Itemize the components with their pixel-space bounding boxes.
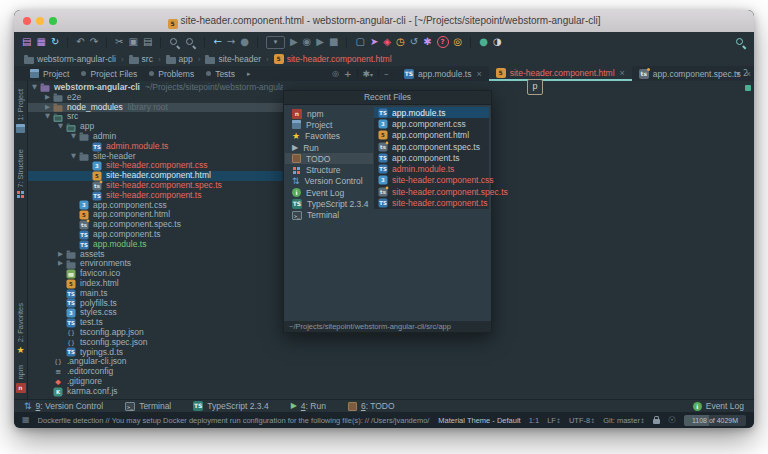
caret-position[interactable]: 1:1 [529, 416, 539, 425]
panel-tab-problems[interactable]: Problems [149, 69, 194, 79]
tree-row[interactable]: styles.css [28, 308, 283, 318]
stripe-item-1-project[interactable]: 1: Project [16, 89, 25, 133]
material-status-icon[interactable]: ● [479, 36, 488, 48]
tab-list-dropdown-icon[interactable]: ▾ [736, 69, 740, 78]
recent-tool-item[interactable]: ▶Run [285, 142, 373, 153]
recent-file-item[interactable]: app.component.ts [374, 152, 489, 163]
hidden-tabs-count[interactable]: 2 [743, 69, 748, 78]
toolwindow-button-run[interactable]: ▶4: Run [291, 401, 326, 411]
chevron-down-icon[interactable]: ▼ [45, 112, 53, 122]
chevron-right-icon[interactable]: ▶ [58, 259, 66, 269]
back-icon[interactable]: ← [213, 36, 221, 48]
theme-indicator[interactable]: Material Theme - Default [438, 416, 520, 425]
stop-icon[interactable]: ■ [329, 36, 338, 48]
recent-tool-item[interactable]: ⇅Version Control [285, 176, 373, 187]
debug-icon[interactable]: ◉ [303, 36, 312, 48]
stripe-item-2-favorites[interactable]: 2: Favorites★ [16, 303, 25, 355]
toolwindow-switcher-icon[interactable]: ▦ [22, 416, 30, 424]
tree-row[interactable]: tsconfig.spec.json [28, 338, 283, 348]
memory-indicator[interactable]: 1108 of 4029M [684, 415, 746, 426]
recent-tool-item[interactable]: Terminal [285, 210, 373, 221]
tree-row[interactable]: main.ts [28, 289, 283, 299]
close-tab-icon[interactable]: × [620, 68, 625, 78]
tree-row[interactable]: ▶environments [28, 259, 283, 269]
recent-locations-icon[interactable]: ● [240, 36, 249, 48]
toolwindow-button-terminal[interactable]: Terminal [125, 401, 171, 411]
breadcrumb-item[interactable]: site-header [205, 54, 261, 64]
recent-tool-item[interactable]: Project [285, 119, 373, 130]
forward-icon[interactable]: → [227, 36, 235, 48]
collapse-all-icon[interactable]: + [344, 69, 352, 79]
recent-tool-item[interactable]: ★Favorites [285, 131, 373, 142]
breadcrumb-item[interactable]: site-header.component.html [274, 54, 392, 64]
hector-inspector-icon[interactable]: ☉ [668, 415, 676, 425]
open-icon[interactable]: ▤ [22, 36, 31, 48]
tree-row[interactable]: polyfills.ts [28, 299, 283, 309]
local-history-icon[interactable]: ◷ [396, 36, 405, 48]
recent-file-item[interactable]: app.module.ts [374, 107, 489, 118]
stripe-item-npm[interactable]: npm [16, 365, 26, 393]
chevron-down-icon[interactable]: ▼ [58, 122, 66, 132]
recent-tool-item[interactable]: Event Log [285, 187, 373, 198]
help-icon[interactable] [437, 36, 449, 48]
deploy-icon[interactable]: ➤ [370, 36, 378, 48]
toolwindow-button-typescript-2-3-4[interactable]: TypeScript 2.3.4 [193, 401, 268, 411]
donate-icon[interactable]: ◎ [454, 36, 463, 48]
tree-row[interactable]: ▼src [28, 112, 283, 122]
editor-tab[interactable]: site-header.component.html× [489, 66, 632, 81]
editor-tab[interactable]: app.module.ts× [397, 66, 489, 81]
tree-row[interactable]: typings.d.ts [28, 348, 283, 358]
recent-file-item[interactable]: app.component.css [374, 118, 489, 129]
recent-file-item[interactable]: app.component.html [374, 130, 489, 141]
tree-row[interactable]: app.component.ts [28, 230, 283, 240]
chevron-down-icon[interactable]: ▼ [71, 152, 79, 162]
file-encoding[interactable]: UTF-8↕ [569, 416, 595, 425]
more-panel-tabs-icon[interactable]: ▸ [247, 70, 251, 78]
panel-tab-project[interactable]: Project [30, 69, 69, 79]
toolwindow-button-todo[interactable]: 6: TODO [348, 401, 395, 411]
chevron-right-icon[interactable]: ▶ [45, 103, 53, 113]
console-icon[interactable]: ▢ [355, 36, 364, 48]
recent-tool-item[interactable]: TypeScript 2.3.4 [285, 198, 373, 209]
breadcrumb-item[interactable]: webstorm-angular-cli [24, 54, 116, 64]
hide-panel-icon[interactable]: – [384, 69, 389, 79]
close-tab-icon[interactable]: × [476, 69, 481, 79]
chevron-right-icon[interactable]: ▶ [45, 93, 53, 103]
redo-icon[interactable]: ↷ [90, 36, 98, 48]
panel-tab-tests[interactable]: Tests [206, 69, 235, 79]
line-separator[interactable]: LF↕ [547, 416, 561, 425]
run-icon[interactable]: ▶ [290, 36, 298, 48]
recent-file-item[interactable]: site-header.component.ts [374, 197, 489, 208]
recent-file-item[interactable]: site-header.component.css [374, 175, 489, 186]
undo-icon[interactable]: ↶ [76, 36, 84, 48]
tree-row[interactable]: ▶assets [28, 250, 283, 260]
copy-icon[interactable]: ▣ [128, 36, 137, 48]
recent-tool-item[interactable]: npm [285, 108, 373, 119]
tree-row[interactable]: app.module.ts [28, 240, 283, 250]
tree-row[interactable]: karma.conf.js [28, 387, 283, 397]
tree-row[interactable]: tsconfig.app.json [28, 328, 283, 338]
tree-row[interactable]: test.ts [28, 318, 283, 328]
readonly-lock-icon[interactable] [653, 419, 660, 424]
stripe-item-7-structure[interactable]: 7: Structure [16, 149, 25, 200]
recent-file-item[interactable]: site-header.component.spec.ts [374, 186, 489, 197]
profiler-icon[interactable]: ◈ [383, 36, 391, 48]
git-branch[interactable]: Git: master↕ [603, 416, 645, 425]
panel-tab-project-files[interactable]: Project Files [81, 69, 137, 79]
run-config-combo[interactable]: ▾ [266, 36, 285, 49]
inspection-status-icon[interactable] [745, 85, 751, 91]
toolbar-search-icon[interactable] [735, 37, 746, 48]
settings-gear-icon[interactable]: ✱ [423, 36, 431, 48]
cut-icon[interactable]: ✂ [115, 36, 123, 48]
sync-icon[interactable]: ↻ [51, 36, 59, 48]
recent-tool-item[interactable]: Structure [285, 164, 373, 175]
toolwindow-button-event-log[interactable]: Event Log [693, 401, 744, 411]
chevron-down-icon[interactable]: ▼ [71, 132, 79, 142]
tree-row[interactable]: ▼app [28, 122, 283, 132]
recent-tool-item[interactable]: TODO [285, 153, 373, 164]
tree-row[interactable]: favicon.ico [28, 269, 283, 279]
recent-file-item[interactable]: admin.module.ts [374, 163, 489, 174]
scroll-to-source-icon[interactable]: ◎ [332, 69, 339, 78]
panel-settings-gear-icon[interactable]: ✱▾ [363, 69, 374, 79]
status-message[interactable]: Dockerfile detection // You may setup Do… [38, 416, 431, 425]
